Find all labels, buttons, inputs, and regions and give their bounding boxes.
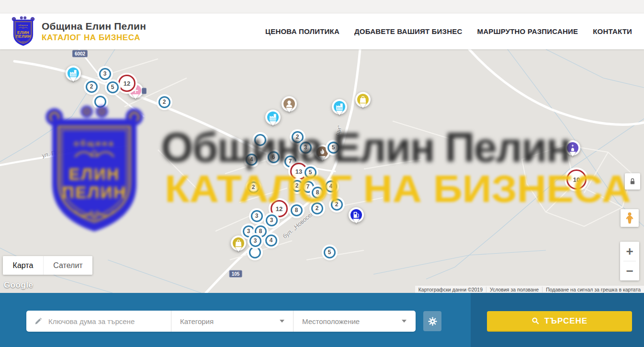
cluster-marker[interactable]: 6 [268,151,280,163]
google-map-canvas[interactable]: щи“бул. „Новоселул. Преслав1232522354671… [0,49,644,293]
category-select-label: Категория [180,317,214,325]
cluster-marker[interactable]: 5 [305,167,316,179]
zoom-control: + − [620,242,639,280]
pegman-control[interactable] [621,209,639,227]
gear-icon [428,317,437,326]
pin-marker-worker[interactable] [282,96,297,112]
cluster-marker[interactable]: 3 [99,68,111,80]
nav-contacts[interactable]: КОНТАКТИ [593,27,632,35]
street-view-lock-button[interactable] [625,173,640,190]
pin-marker-bag[interactable] [231,235,246,251]
cluster-marker[interactable]: 3 [300,142,312,154]
lock-icon [628,177,637,186]
cluster-marker[interactable]: 3 [249,235,261,247]
keyword-search-input[interactable] [48,317,158,325]
attribution-copyright: Картографски данни ©2019 [415,287,486,292]
cluster-marker[interactable] [249,246,261,258]
svg-text:ЕЛИН: ЕЛИН [17,30,29,34]
zoom-out-button[interactable]: − [620,261,639,280]
cluster-marker[interactable]: 8 [291,204,303,216]
site-logo[interactable]: община ЕЛИН ПЕЛИН Община Елин Пелин КАТА… [11,16,146,47]
street-name-label: ул. Преслав [41,146,76,159]
cluster-marker[interactable] [254,134,266,146]
nav-pricing-policy[interactable]: ЦЕНОВА ПОЛИТИКА [265,27,339,35]
cluster-marker[interactable]: 3 [266,214,278,226]
cluster-marker[interactable]: 4 [265,235,277,246]
street-name-label: щи“ [334,125,343,137]
search-icon [531,317,540,325]
map-type-map-button[interactable]: Карта [3,256,43,275]
cluster-marker[interactable]: 2 [292,131,304,143]
pegman-icon [624,212,635,224]
location-select[interactable]: Местоположение [293,311,415,332]
nav-route-schedule[interactable]: МАРШРУТНО РАЗПИСАНИЕ [477,27,578,35]
cluster-marker[interactable]: 5 [328,142,339,154]
road-number-badge [142,88,147,94]
main-nav: ЦЕНОВА ПОЛИТИКА ДОБАВЕТЕ ВАШИЯТ БИЗНЕС М… [265,27,632,35]
category-select[interactable]: Категория [171,311,293,332]
cluster-marker[interactable]: 2 [291,180,303,192]
window-top-strip [0,0,644,13]
cluster-marker[interactable]: 4 [325,180,337,192]
google-logo[interactable]: Google [4,280,34,290]
cluster-marker[interactable]: 12 [118,75,136,92]
municipality-crest-icon: община ЕЛИН ПЕЛИН [11,16,36,47]
chevron-down-icon [280,320,284,323]
cluster-marker[interactable] [94,96,106,108]
map-type-control: Карта Сателит [3,256,92,275]
zoom-in-button[interactable]: + [620,242,639,261]
pencil-icon [34,317,43,325]
cluster-marker[interactable]: 3 [251,210,263,222]
cluster-marker[interactable]: 5 [324,246,336,258]
cluster-marker[interactable]: 2 [158,96,170,108]
map-markers-layer: щи“бул. „Новоселул. Преслав1232522354671… [0,49,644,293]
pin-marker-factory[interactable] [66,66,81,81]
nav-add-your-business[interactable]: ДОБАВЕТЕ ВАШИЯТ БИЗНЕС [354,27,462,35]
cluster-marker[interactable]: 4 [246,154,258,166]
pin-marker-bag[interactable] [355,92,371,107]
chevron-down-icon [402,320,407,323]
keyword-field-wrap [26,311,171,332]
pin-marker-church[interactable] [565,140,580,156]
site-subtitle: КАТАЛОГ НА БИЗНЕСА [42,33,146,43]
advanced-search-settings-button[interactable] [423,311,441,331]
road-number-badge: 105 [229,270,242,278]
pin-marker-factory[interactable] [332,99,347,114]
attribution-report-error-link[interactable]: Подаване на сигнал за грешка в картата [542,287,644,292]
cluster-marker[interactable]: 5 [107,81,119,93]
cluster-marker[interactable]: 8 [312,187,324,199]
map-type-satellite-button[interactable]: Сателит [43,256,92,275]
cluster-marker[interactable]: 10 [566,169,587,190]
site-header: община ЕЛИН ПЕЛИН Община Елин Пелин КАТА… [0,13,644,49]
svg-text:община: община [19,24,28,26]
cluster-marker[interactable]: 2 [248,181,260,193]
map-attribution: Картографски данни ©2019 Условия за полз… [415,286,644,293]
search-submit-button[interactable]: ТЪРСЕНЕ [487,311,632,332]
search-bar: Категория Местоположение [0,293,644,347]
pin-marker-factory[interactable] [265,110,281,125]
cluster-marker[interactable]: 2 [86,81,98,93]
road-number-badge: 6002 [72,50,88,57]
cluster-marker[interactable]: 2 [331,199,343,211]
site-title: Община Елин Пелин [42,21,146,32]
search-form: Категория Местоположение [26,311,416,332]
cluster-marker[interactable]: 2 [311,202,323,214]
attribution-terms-link[interactable]: Условия за ползване [486,287,542,292]
search-submit-label: ТЪРСЕНЕ [544,316,588,326]
location-select-label: Местоположение [302,317,360,325]
pin-marker-fuel[interactable] [349,207,364,223]
svg-text:ПЕЛИН: ПЕЛИН [16,34,31,39]
